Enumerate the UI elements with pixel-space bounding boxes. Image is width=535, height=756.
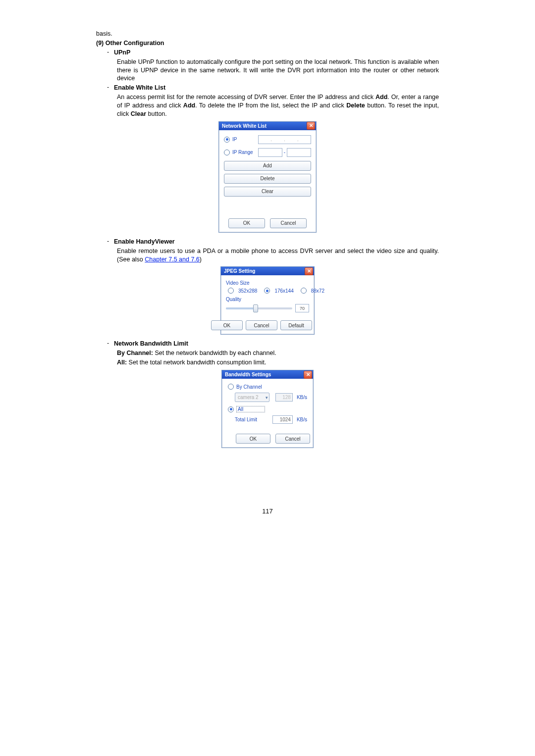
dialog-title: Bandwidth Settings xyxy=(225,372,271,377)
nbl-all: All: Set the total network bandwidth con… xyxy=(117,358,439,367)
chevron-down-icon: ▾ xyxy=(266,395,268,400)
network-white-list-dialog: Network White List ✕ IP ... IP Range - A… xyxy=(218,121,317,233)
bandwidth-settings-dialog: Bandwidth Settings ✕ By Channel camera 2… xyxy=(221,370,314,448)
radio-all[interactable] xyxy=(228,406,234,412)
section-title: (9) Other Configuration xyxy=(96,39,439,48)
close-icon[interactable]: ✕ xyxy=(307,122,315,130)
unit-label: KB/s xyxy=(297,417,307,422)
bullet: - xyxy=(107,340,114,349)
ip-label: IP xyxy=(232,137,258,142)
ok-button[interactable]: OK xyxy=(236,434,270,444)
quality-slider[interactable] xyxy=(226,307,292,309)
ok-button[interactable]: OK xyxy=(211,320,243,330)
jpeg-setting-dialog: JPEG Setting ✕ Video Size 352x288 176x14… xyxy=(220,266,315,335)
default-button[interactable]: Default xyxy=(280,320,312,330)
radio-by-channel[interactable] xyxy=(228,384,234,390)
cancel-button[interactable]: Cancel xyxy=(275,434,310,444)
dialog-title: JPEG Setting xyxy=(224,268,255,274)
ewl-title: Enable White List xyxy=(114,84,439,92)
radio-352x288[interactable] xyxy=(228,288,234,294)
ip-range-from[interactable] xyxy=(258,148,282,157)
total-limit-value[interactable]: 1024 xyxy=(272,415,293,424)
ewl-body: An access permit list for the remote acc… xyxy=(117,93,439,118)
bullet: - xyxy=(107,49,114,58)
dialog-titlebar: Network White List ✕ xyxy=(219,122,316,130)
upnp-title: UPnP xyxy=(114,49,439,57)
by-channel-label: By Channel xyxy=(236,384,262,390)
bullet: - xyxy=(107,238,114,247)
by-channel-value[interactable]: 128 xyxy=(275,393,293,402)
dialog-title: Network White List xyxy=(222,123,267,129)
ehv-title: Enable HandyViewer xyxy=(114,238,439,246)
upnp-body: Enable UPnP function to automatically co… xyxy=(117,58,439,83)
ip-range-to[interactable] xyxy=(287,148,311,157)
ok-button[interactable]: OK xyxy=(228,218,265,228)
text-basis: basis. xyxy=(96,30,439,38)
dialog-titlebar: Bandwidth Settings ✕ xyxy=(222,370,313,379)
all-label: All xyxy=(236,406,265,412)
unit-label: KB/s xyxy=(297,395,307,400)
close-icon[interactable]: ✕ xyxy=(304,371,312,379)
quality-value: 70 xyxy=(295,304,309,312)
quality-label: Quality xyxy=(226,297,309,302)
ehv-body: Enable remote users to use a PDA or a mo… xyxy=(117,247,439,264)
bullet: - xyxy=(107,84,114,93)
nbl-title: Network Bandwidth Limit xyxy=(114,340,439,348)
chapter-link[interactable]: Chapter 7.5 and 7.6 xyxy=(145,256,200,263)
video-size-label: Video Size xyxy=(226,280,309,286)
nbl-bych: By Channel: Set the network bandwidth by… xyxy=(117,349,439,357)
cancel-button[interactable]: Cancel xyxy=(270,218,307,228)
add-button[interactable]: Add xyxy=(224,161,311,171)
clear-button[interactable]: Clear xyxy=(224,187,311,197)
radio-88x72[interactable] xyxy=(301,288,307,294)
cancel-button[interactable]: Cancel xyxy=(246,320,277,330)
ip-input[interactable]: ... xyxy=(258,135,311,144)
camera-dropdown[interactable]: camera 2 ▾ xyxy=(235,393,269,402)
radio-ip[interactable] xyxy=(224,137,230,143)
delete-button[interactable]: Delete xyxy=(224,174,311,184)
close-icon[interactable]: ✕ xyxy=(305,267,313,275)
dialog-titlebar: JPEG Setting ✕ xyxy=(221,267,314,275)
slider-thumb[interactable] xyxy=(253,304,258,312)
radio-ip-range[interactable] xyxy=(224,150,230,155)
ip-range-label: IP Range xyxy=(232,150,258,155)
radio-176x144[interactable] xyxy=(264,288,270,294)
page-number: 117 xyxy=(96,507,439,515)
total-limit-label: Total Limit xyxy=(235,417,265,422)
